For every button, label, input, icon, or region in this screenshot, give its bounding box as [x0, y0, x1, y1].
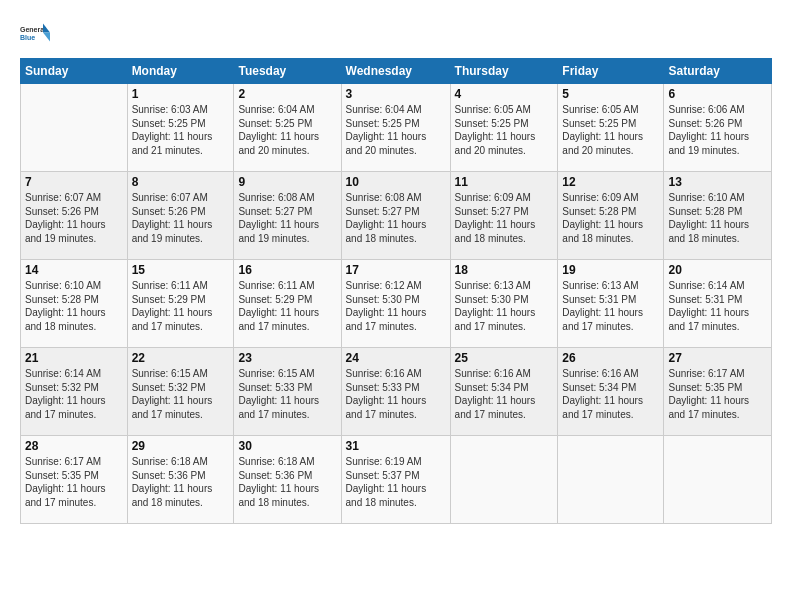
calendar-cell [664, 436, 772, 524]
day-info: Sunrise: 6:16 AM Sunset: 5:33 PM Dayligh… [346, 367, 446, 421]
day-number: 6 [668, 87, 767, 101]
weekday-tuesday: Tuesday [234, 59, 341, 84]
day-info: Sunrise: 6:15 AM Sunset: 5:33 PM Dayligh… [238, 367, 336, 421]
weekday-thursday: Thursday [450, 59, 558, 84]
weekday-wednesday: Wednesday [341, 59, 450, 84]
calendar-cell: 21Sunrise: 6:14 AM Sunset: 5:32 PM Dayli… [21, 348, 128, 436]
day-info: Sunrise: 6:17 AM Sunset: 5:35 PM Dayligh… [25, 455, 123, 509]
calendar-cell: 1Sunrise: 6:03 AM Sunset: 5:25 PM Daylig… [127, 84, 234, 172]
calendar-cell: 2Sunrise: 6:04 AM Sunset: 5:25 PM Daylig… [234, 84, 341, 172]
weekday-header-row: SundayMondayTuesdayWednesdayThursdayFrid… [21, 59, 772, 84]
day-info: Sunrise: 6:03 AM Sunset: 5:25 PM Dayligh… [132, 103, 230, 157]
day-number: 17 [346, 263, 446, 277]
calendar-cell: 13Sunrise: 6:10 AM Sunset: 5:28 PM Dayli… [664, 172, 772, 260]
day-number: 7 [25, 175, 123, 189]
day-number: 16 [238, 263, 336, 277]
day-info: Sunrise: 6:11 AM Sunset: 5:29 PM Dayligh… [132, 279, 230, 333]
weekday-saturday: Saturday [664, 59, 772, 84]
day-info: Sunrise: 6:17 AM Sunset: 5:35 PM Dayligh… [668, 367, 767, 421]
day-number: 11 [455, 175, 554, 189]
calendar-cell: 14Sunrise: 6:10 AM Sunset: 5:28 PM Dayli… [21, 260, 128, 348]
calendar-cell: 3Sunrise: 6:04 AM Sunset: 5:25 PM Daylig… [341, 84, 450, 172]
day-info: Sunrise: 6:06 AM Sunset: 5:26 PM Dayligh… [668, 103, 767, 157]
day-info: Sunrise: 6:14 AM Sunset: 5:31 PM Dayligh… [668, 279, 767, 333]
weekday-monday: Monday [127, 59, 234, 84]
day-number: 29 [132, 439, 230, 453]
day-number: 15 [132, 263, 230, 277]
weekday-friday: Friday [558, 59, 664, 84]
day-info: Sunrise: 6:07 AM Sunset: 5:26 PM Dayligh… [25, 191, 123, 245]
day-number: 8 [132, 175, 230, 189]
day-number: 18 [455, 263, 554, 277]
calendar-cell [450, 436, 558, 524]
day-info: Sunrise: 6:18 AM Sunset: 5:36 PM Dayligh… [132, 455, 230, 509]
day-number: 9 [238, 175, 336, 189]
week-row-5: 28Sunrise: 6:17 AM Sunset: 5:35 PM Dayli… [21, 436, 772, 524]
day-info: Sunrise: 6:10 AM Sunset: 5:28 PM Dayligh… [668, 191, 767, 245]
calendar-cell: 15Sunrise: 6:11 AM Sunset: 5:29 PM Dayli… [127, 260, 234, 348]
day-info: Sunrise: 6:08 AM Sunset: 5:27 PM Dayligh… [346, 191, 446, 245]
calendar-cell: 6Sunrise: 6:06 AM Sunset: 5:26 PM Daylig… [664, 84, 772, 172]
day-info: Sunrise: 6:13 AM Sunset: 5:30 PM Dayligh… [455, 279, 554, 333]
day-info: Sunrise: 6:12 AM Sunset: 5:30 PM Dayligh… [346, 279, 446, 333]
day-number: 28 [25, 439, 123, 453]
day-info: Sunrise: 6:08 AM Sunset: 5:27 PM Dayligh… [238, 191, 336, 245]
calendar-cell: 25Sunrise: 6:16 AM Sunset: 5:34 PM Dayli… [450, 348, 558, 436]
calendar-cell: 28Sunrise: 6:17 AM Sunset: 5:35 PM Dayli… [21, 436, 128, 524]
day-info: Sunrise: 6:04 AM Sunset: 5:25 PM Dayligh… [346, 103, 446, 157]
day-number: 12 [562, 175, 659, 189]
day-info: Sunrise: 6:10 AM Sunset: 5:28 PM Dayligh… [25, 279, 123, 333]
day-info: Sunrise: 6:16 AM Sunset: 5:34 PM Dayligh… [455, 367, 554, 421]
calendar-cell: 26Sunrise: 6:16 AM Sunset: 5:34 PM Dayli… [558, 348, 664, 436]
calendar-cell [21, 84, 128, 172]
logo-icon: GeneralBlue [20, 18, 50, 48]
calendar-cell: 27Sunrise: 6:17 AM Sunset: 5:35 PM Dayli… [664, 348, 772, 436]
day-number: 3 [346, 87, 446, 101]
day-number: 21 [25, 351, 123, 365]
day-number: 5 [562, 87, 659, 101]
weekday-sunday: Sunday [21, 59, 128, 84]
calendar-cell: 9Sunrise: 6:08 AM Sunset: 5:27 PM Daylig… [234, 172, 341, 260]
calendar-cell [558, 436, 664, 524]
day-number: 31 [346, 439, 446, 453]
calendar-cell: 7Sunrise: 6:07 AM Sunset: 5:26 PM Daylig… [21, 172, 128, 260]
calendar-table: SundayMondayTuesdayWednesdayThursdayFrid… [20, 58, 772, 524]
day-info: Sunrise: 6:11 AM Sunset: 5:29 PM Dayligh… [238, 279, 336, 333]
week-row-4: 21Sunrise: 6:14 AM Sunset: 5:32 PM Dayli… [21, 348, 772, 436]
day-number: 14 [25, 263, 123, 277]
calendar-cell: 11Sunrise: 6:09 AM Sunset: 5:27 PM Dayli… [450, 172, 558, 260]
day-info: Sunrise: 6:07 AM Sunset: 5:26 PM Dayligh… [132, 191, 230, 245]
day-info: Sunrise: 6:05 AM Sunset: 5:25 PM Dayligh… [562, 103, 659, 157]
calendar-cell: 31Sunrise: 6:19 AM Sunset: 5:37 PM Dayli… [341, 436, 450, 524]
calendar-cell: 12Sunrise: 6:09 AM Sunset: 5:28 PM Dayli… [558, 172, 664, 260]
day-info: Sunrise: 6:19 AM Sunset: 5:37 PM Dayligh… [346, 455, 446, 509]
day-info: Sunrise: 6:15 AM Sunset: 5:32 PM Dayligh… [132, 367, 230, 421]
calendar-cell: 5Sunrise: 6:05 AM Sunset: 5:25 PM Daylig… [558, 84, 664, 172]
day-number: 23 [238, 351, 336, 365]
header: GeneralBlue [20, 18, 772, 48]
day-number: 4 [455, 87, 554, 101]
calendar-cell: 4Sunrise: 6:05 AM Sunset: 5:25 PM Daylig… [450, 84, 558, 172]
week-row-2: 7Sunrise: 6:07 AM Sunset: 5:26 PM Daylig… [21, 172, 772, 260]
day-info: Sunrise: 6:04 AM Sunset: 5:25 PM Dayligh… [238, 103, 336, 157]
page: GeneralBlue SundayMondayTuesdayWednesday… [0, 0, 792, 612]
day-number: 19 [562, 263, 659, 277]
day-number: 27 [668, 351, 767, 365]
week-row-1: 1Sunrise: 6:03 AM Sunset: 5:25 PM Daylig… [21, 84, 772, 172]
calendar-cell: 30Sunrise: 6:18 AM Sunset: 5:36 PM Dayli… [234, 436, 341, 524]
svg-text:Blue: Blue [20, 34, 35, 41]
day-number: 30 [238, 439, 336, 453]
day-info: Sunrise: 6:09 AM Sunset: 5:27 PM Dayligh… [455, 191, 554, 245]
day-number: 22 [132, 351, 230, 365]
svg-marker-3 [43, 33, 50, 42]
day-number: 10 [346, 175, 446, 189]
calendar-cell: 23Sunrise: 6:15 AM Sunset: 5:33 PM Dayli… [234, 348, 341, 436]
calendar-cell: 18Sunrise: 6:13 AM Sunset: 5:30 PM Dayli… [450, 260, 558, 348]
day-info: Sunrise: 6:05 AM Sunset: 5:25 PM Dayligh… [455, 103, 554, 157]
week-row-3: 14Sunrise: 6:10 AM Sunset: 5:28 PM Dayli… [21, 260, 772, 348]
calendar-cell: 17Sunrise: 6:12 AM Sunset: 5:30 PM Dayli… [341, 260, 450, 348]
day-info: Sunrise: 6:18 AM Sunset: 5:36 PM Dayligh… [238, 455, 336, 509]
day-info: Sunrise: 6:09 AM Sunset: 5:28 PM Dayligh… [562, 191, 659, 245]
calendar-cell: 22Sunrise: 6:15 AM Sunset: 5:32 PM Dayli… [127, 348, 234, 436]
day-number: 2 [238, 87, 336, 101]
